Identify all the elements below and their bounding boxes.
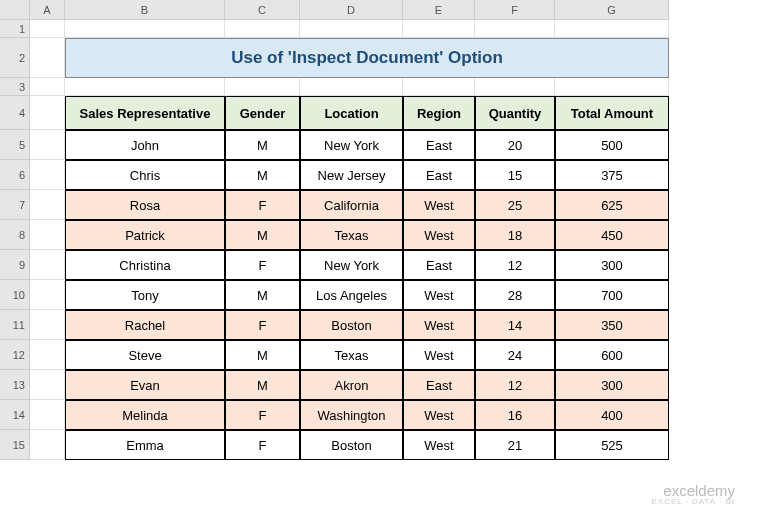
table-cell[interactable]: 300 bbox=[555, 250, 669, 280]
cell[interactable] bbox=[30, 370, 65, 400]
cell[interactable] bbox=[30, 78, 65, 96]
row-header-1[interactable]: 1 bbox=[0, 20, 30, 38]
cell[interactable] bbox=[403, 78, 475, 96]
cell[interactable] bbox=[30, 340, 65, 370]
table-cell[interactable]: 375 bbox=[555, 160, 669, 190]
cell[interactable] bbox=[30, 20, 65, 38]
table-cell[interactable]: 12 bbox=[475, 370, 555, 400]
table-cell[interactable]: F bbox=[225, 310, 300, 340]
row-header-9[interactable]: 9 bbox=[0, 250, 30, 280]
cell[interactable] bbox=[65, 78, 225, 96]
table-cell[interactable]: West bbox=[403, 400, 475, 430]
table-cell[interactable]: Washington bbox=[300, 400, 403, 430]
cell[interactable] bbox=[30, 130, 65, 160]
cell[interactable] bbox=[30, 430, 65, 460]
cell[interactable] bbox=[475, 78, 555, 96]
table-cell[interactable]: East bbox=[403, 160, 475, 190]
column-header-B[interactable]: B bbox=[65, 0, 225, 20]
table-cell[interactable]: New Jersey bbox=[300, 160, 403, 190]
cell[interactable] bbox=[30, 250, 65, 280]
table-cell[interactable]: West bbox=[403, 190, 475, 220]
table-cell[interactable]: Chris bbox=[65, 160, 225, 190]
row-header-3[interactable]: 3 bbox=[0, 78, 30, 96]
table-cell[interactable]: 350 bbox=[555, 310, 669, 340]
row-header-10[interactable]: 10 bbox=[0, 280, 30, 310]
table-cell[interactable]: 18 bbox=[475, 220, 555, 250]
table-cell[interactable]: 700 bbox=[555, 280, 669, 310]
table-cell[interactable]: 14 bbox=[475, 310, 555, 340]
table-cell[interactable]: F bbox=[225, 430, 300, 460]
table-cell[interactable]: M bbox=[225, 130, 300, 160]
table-cell[interactable]: 12 bbox=[475, 250, 555, 280]
cell[interactable] bbox=[30, 190, 65, 220]
table-cell[interactable]: 400 bbox=[555, 400, 669, 430]
table-cell[interactable]: Steve bbox=[65, 340, 225, 370]
cell[interactable] bbox=[300, 20, 403, 38]
cell[interactable] bbox=[30, 96, 65, 130]
table-cell[interactable]: Rosa bbox=[65, 190, 225, 220]
table-cell[interactable]: 500 bbox=[555, 130, 669, 160]
table-cell[interactable]: 625 bbox=[555, 190, 669, 220]
row-header-7[interactable]: 7 bbox=[0, 190, 30, 220]
table-cell[interactable]: Rachel bbox=[65, 310, 225, 340]
table-cell[interactable]: Los Angeles bbox=[300, 280, 403, 310]
table-cell[interactable]: 21 bbox=[475, 430, 555, 460]
table-cell[interactable]: East bbox=[403, 250, 475, 280]
row-header-11[interactable]: 11 bbox=[0, 310, 30, 340]
table-cell[interactable]: New York bbox=[300, 250, 403, 280]
select-all-corner[interactable] bbox=[0, 0, 30, 20]
cell[interactable] bbox=[555, 20, 669, 38]
cell[interactable] bbox=[65, 20, 225, 38]
table-cell[interactable]: 25 bbox=[475, 190, 555, 220]
table-cell[interactable]: 600 bbox=[555, 340, 669, 370]
column-header-D[interactable]: D bbox=[300, 0, 403, 20]
cell[interactable] bbox=[225, 78, 300, 96]
row-header-4[interactable]: 4 bbox=[0, 96, 30, 130]
column-header-E[interactable]: E bbox=[403, 0, 475, 20]
table-cell[interactable]: West bbox=[403, 340, 475, 370]
table-cell[interactable]: Emma bbox=[65, 430, 225, 460]
table-cell[interactable]: East bbox=[403, 370, 475, 400]
table-cell[interactable]: 15 bbox=[475, 160, 555, 190]
table-cell[interactable]: Tony bbox=[65, 280, 225, 310]
table-cell[interactable]: Texas bbox=[300, 340, 403, 370]
column-header-C[interactable]: C bbox=[225, 0, 300, 20]
row-header-5[interactable]: 5 bbox=[0, 130, 30, 160]
table-cell[interactable]: 525 bbox=[555, 430, 669, 460]
table-cell[interactable]: Melinda bbox=[65, 400, 225, 430]
row-header-13[interactable]: 13 bbox=[0, 370, 30, 400]
column-header-G[interactable]: G bbox=[555, 0, 669, 20]
column-header-F[interactable]: F bbox=[475, 0, 555, 20]
table-cell[interactable]: M bbox=[225, 160, 300, 190]
cell[interactable] bbox=[30, 400, 65, 430]
table-cell[interactable]: Patrick bbox=[65, 220, 225, 250]
table-cell[interactable]: M bbox=[225, 340, 300, 370]
cell[interactable] bbox=[30, 310, 65, 340]
cell[interactable] bbox=[475, 20, 555, 38]
table-cell[interactable]: West bbox=[403, 280, 475, 310]
cell[interactable] bbox=[30, 220, 65, 250]
table-cell[interactable]: M bbox=[225, 280, 300, 310]
table-cell[interactable]: West bbox=[403, 310, 475, 340]
table-cell[interactable]: 24 bbox=[475, 340, 555, 370]
cell[interactable] bbox=[30, 160, 65, 190]
cell[interactable] bbox=[225, 20, 300, 38]
table-cell[interactable]: Texas bbox=[300, 220, 403, 250]
table-cell[interactable]: F bbox=[225, 250, 300, 280]
table-cell[interactable]: West bbox=[403, 220, 475, 250]
table-cell[interactable]: 20 bbox=[475, 130, 555, 160]
table-cell[interactable]: East bbox=[403, 130, 475, 160]
column-header-A[interactable]: A bbox=[30, 0, 65, 20]
table-cell[interactable]: 28 bbox=[475, 280, 555, 310]
table-cell[interactable]: Boston bbox=[300, 430, 403, 460]
table-cell[interactable]: New York bbox=[300, 130, 403, 160]
table-cell[interactable]: Evan bbox=[65, 370, 225, 400]
row-header-12[interactable]: 12 bbox=[0, 340, 30, 370]
row-header-14[interactable]: 14 bbox=[0, 400, 30, 430]
cell[interactable] bbox=[30, 280, 65, 310]
table-cell[interactable]: West bbox=[403, 430, 475, 460]
table-cell[interactable]: F bbox=[225, 190, 300, 220]
row-header-2[interactable]: 2 bbox=[0, 38, 30, 78]
row-header-8[interactable]: 8 bbox=[0, 220, 30, 250]
table-cell[interactable]: Akron bbox=[300, 370, 403, 400]
